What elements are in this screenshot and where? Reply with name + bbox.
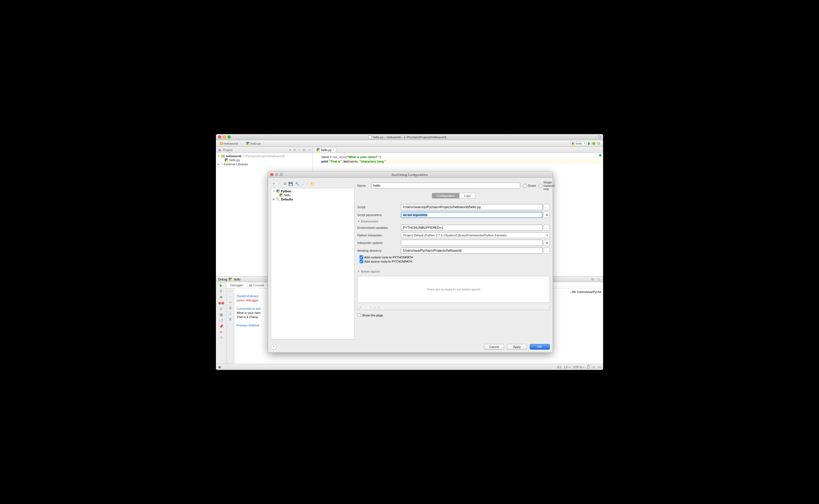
debugger-tab[interactable]: Debugger xyxy=(228,283,245,287)
hide-icon[interactable]: ⤓ xyxy=(597,277,601,281)
hector-icon[interactable]: ☺ xyxy=(592,365,595,369)
close-icon[interactable] xyxy=(270,173,273,176)
status-left-icon[interactable]: ▣ xyxy=(218,365,221,369)
env-vars-label: Environment variables: xyxy=(357,226,398,229)
gear-icon[interactable]: ⚙ xyxy=(597,141,600,146)
maximize-icon xyxy=(280,173,283,176)
expand-iopts-button[interactable]: ⊞ xyxy=(544,240,550,246)
tree-python-group[interactable]: ▼ Python xyxy=(272,189,353,193)
before-launch-list[interactable]: There are no tasks to run before launch xyxy=(357,276,550,303)
ok-button[interactable]: OK xyxy=(530,344,550,350)
script-params-label: Script parameters: xyxy=(357,213,398,217)
content-roots-checkbox[interactable]: Add content roots to PYTHONPATH xyxy=(359,255,550,259)
browse-wd-button[interactable]: … xyxy=(544,248,550,254)
tree-defaults-group[interactable]: ▶ 🔧 Defaults xyxy=(272,197,353,201)
help-icon[interactable]: ? xyxy=(220,336,222,340)
script-input[interactable] xyxy=(401,204,543,210)
cancel-button[interactable]: Cancel xyxy=(484,344,504,350)
up-icon[interactable]: ▴ xyxy=(374,306,376,309)
interpreter-options-input[interactable] xyxy=(401,240,543,246)
remove-icon[interactable]: － xyxy=(364,305,367,309)
pin-icon[interactable]: 📌 xyxy=(219,324,223,328)
scroll-icon[interactable]: ⤓ xyxy=(229,312,232,316)
tree-project-root[interactable]: ▼ helloworld (~/PycharmProjects/hellowor… xyxy=(217,154,311,158)
show-page-checkbox[interactable]: Show this page xyxy=(357,313,550,317)
gear-icon[interactable]: ⚙ xyxy=(302,148,306,152)
memory-indicator[interactable]: ▭ xyxy=(598,365,601,369)
mute-breakpoints-icon[interactable]: ⊘ xyxy=(219,307,223,311)
debug-icon[interactable] xyxy=(592,142,595,145)
working-dir-input[interactable] xyxy=(401,248,543,254)
cursor-position[interactable]: 9:1 xyxy=(557,365,561,369)
console-tab[interactable]: ▤ Console → xyxy=(247,283,270,288)
apply-button[interactable]: Apply xyxy=(507,344,527,350)
help-button[interactable]: ? xyxy=(271,344,276,350)
layout-icon[interactable]: ▦ xyxy=(219,312,223,317)
settings-icon[interactable]: ↕Z xyxy=(219,318,223,323)
source-roots-checkbox[interactable]: Add source roots to PYTHONPATH xyxy=(359,260,550,263)
project-view-icon[interactable]: ▣ xyxy=(217,148,222,152)
add-icon[interactable]: ＋ xyxy=(272,181,275,186)
expand-params-button[interactable]: ⊞ xyxy=(544,212,550,218)
browse-env-button[interactable]: … xyxy=(544,225,550,231)
resume-icon[interactable]: ▶ xyxy=(220,283,223,287)
clear-icon[interactable]: 🗑 xyxy=(229,317,232,321)
breadcrumb-file[interactable]: hello.py 〉 xyxy=(245,140,268,147)
run-icon[interactable] xyxy=(588,142,591,145)
breakpoints-icon[interactable]: ◉◉ xyxy=(218,301,224,305)
env-vars-input[interactable] xyxy=(401,225,543,231)
hide-icon[interactable]: ⇥ xyxy=(307,148,311,152)
line-separator[interactable]: LF ÷ xyxy=(564,365,571,369)
share-checkbox[interactable]: Share xyxy=(523,181,534,191)
wrap-icon[interactable]: ↩ xyxy=(229,301,232,304)
up-icon[interactable]: ▴ xyxy=(302,182,304,186)
tree-external-libs[interactable]: ▶ ⫴ External Libraries xyxy=(217,162,311,166)
print-icon[interactable]: 🖶 xyxy=(229,306,232,310)
minimize-icon[interactable] xyxy=(223,135,226,139)
configuration-tree[interactable]: ▼ Python hello ▶ 🔧 Defaults xyxy=(271,188,354,340)
tab-configuration[interactable]: Configuration xyxy=(432,193,460,198)
file-encoding[interactable]: UTF-8 ÷ xyxy=(573,365,584,369)
tab-logs[interactable]: Logs xyxy=(460,193,475,198)
add-icon[interactable]: ＋ xyxy=(359,305,362,309)
save-icon[interactable]: 💾 xyxy=(288,182,293,186)
interpreter-select[interactable]: Project Default (Python 2.7.5 (/System/L… xyxy=(401,232,550,238)
copy-icon[interactable]: ⧉ xyxy=(284,181,286,186)
environment-section[interactable]: ▼Environment xyxy=(357,220,550,223)
run-configuration-selector[interactable]: hello xyxy=(571,141,586,146)
target-icon[interactable]: ⌖ xyxy=(298,148,301,152)
gear-icon[interactable]: ⚙ xyxy=(591,277,595,281)
maximize-icon[interactable] xyxy=(228,135,231,139)
down-icon[interactable]: ↓ xyxy=(229,295,231,299)
script-label: Script: xyxy=(357,205,398,209)
lock-icon[interactable] xyxy=(587,366,590,369)
folder-icon[interactable]: 📁 xyxy=(310,182,315,186)
edit-icon[interactable]: ✎ xyxy=(369,306,372,309)
tree-config-hello[interactable]: hello xyxy=(272,193,353,197)
wrench-icon[interactable]: 🔧 xyxy=(295,182,299,186)
minimize-icon xyxy=(275,173,278,176)
name-input[interactable] xyxy=(371,183,520,189)
browse-script-button[interactable]: … xyxy=(544,204,550,210)
project-tree[interactable]: ▼ helloworld (~/PycharmProjects/hellowor… xyxy=(216,153,313,167)
up-icon[interactable]: ↑ xyxy=(229,289,231,293)
down-icon[interactable]: ▾ xyxy=(306,182,308,186)
tree-file[interactable]: hello.py xyxy=(217,158,311,162)
before-launch-section[interactable]: ▼Before launch xyxy=(357,270,550,273)
script-params-input[interactable]: we are arguments xyxy=(401,212,543,218)
close-icon[interactable]: ✕ xyxy=(219,330,223,334)
stop-icon[interactable]: ■ xyxy=(220,295,222,299)
single-instance-checkbox[interactable]: Single instance only xyxy=(539,181,550,191)
console-actions: ↑ ↓ ↩ 🖶 ⤓ 🗑 xyxy=(226,288,234,364)
pause-icon[interactable]: ⏸ xyxy=(219,289,223,293)
debug-actions: ▶ ⏸ ■ ◉◉ ⊘ ▦ ↕Z 📌 ✕ ? xyxy=(216,282,226,364)
remove-icon[interactable]: － xyxy=(278,181,281,186)
close-tab-icon[interactable]: × xyxy=(333,149,334,152)
breadcrumb-project[interactable]: helloworld 〉 xyxy=(219,140,245,147)
down-icon[interactable]: ▾ xyxy=(378,306,379,309)
collapse-icon[interactable]: ⊖ xyxy=(293,148,296,152)
close-icon[interactable] xyxy=(218,135,221,139)
fullscreen-icon[interactable] xyxy=(598,136,601,138)
editor-tab-hello[interactable]: hello.py × xyxy=(315,147,336,152)
code-editor[interactable]: name = raw_input("What is your name? ") … xyxy=(313,153,603,165)
